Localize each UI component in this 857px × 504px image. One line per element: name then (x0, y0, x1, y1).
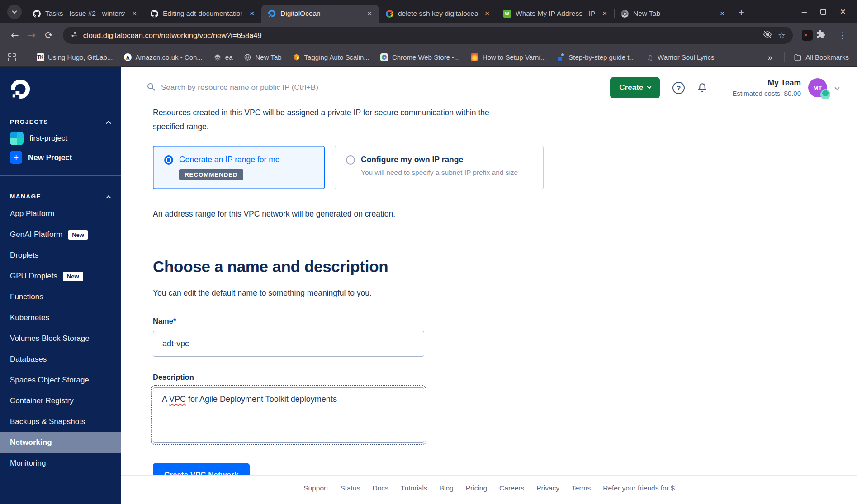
bookmark-label: Chrome Web Store -... (392, 53, 460, 61)
bookmark-step-guide[interactable]: Step-by-step guide t... (557, 53, 635, 61)
digitalocean-logo[interactable] (10, 79, 121, 101)
section-subtext: You can edit the default name to somethi… (153, 288, 857, 298)
browser-tab-whatsmyip[interactable]: W Whats My IP Address - IP A ✕ (497, 5, 614, 23)
sidebar-item-genai-platform[interactable]: GenAI PlatformNew (0, 224, 121, 245)
bookmark-new-tab[interactable]: New Tab (244, 53, 282, 61)
tab-title: DigitalOcean (280, 9, 360, 18)
projects-header[interactable]: PROJECTS (0, 118, 121, 125)
footer-link-privacy[interactable]: Privacy (536, 484, 559, 492)
maximize-button[interactable] (820, 9, 826, 15)
sidebar-divider (0, 175, 121, 176)
browser-tab-newtab[interactable]: New Tab ✕ (614, 5, 732, 23)
radio-unselected-icon[interactable] (346, 155, 355, 165)
create-button[interactable]: Create (610, 77, 660, 98)
footer-link-terms[interactable]: Terms (572, 484, 591, 492)
tk-icon: TK (36, 53, 44, 61)
description-text: A (162, 395, 169, 404)
close-icon[interactable]: ✕ (600, 9, 610, 18)
sidebar-item-backups-snapshots[interactable]: Backups & Snapshots (0, 411, 121, 432)
option-configure-ip-range[interactable]: Configure my own IP range You will need … (335, 146, 544, 189)
sidebar-item-label: GenAI Platform (10, 230, 62, 239)
manage-header[interactable]: MANAGE (0, 193, 121, 200)
team-info[interactable]: My Team Estimated costs: $0.00 (732, 78, 801, 97)
sidebar-item-label: Droplets (10, 251, 38, 259)
footer: Support Status Docs Tutorials Blog Prici… (121, 475, 857, 504)
bookmark-varnish[interactable]: How to Setup Varni... (471, 53, 546, 61)
close-icon[interactable]: ✕ (717, 9, 727, 18)
sidebar-item-first-project[interactable]: first-project (0, 125, 121, 145)
apps-grid-icon[interactable] (8, 53, 16, 61)
browser-tab-digitalocean-active[interactable]: DigitalOcean ✕ (261, 5, 379, 23)
footer-link-support[interactable]: Support (303, 484, 328, 492)
vpc-description-textarea[interactable]: A VPC for Agile Deployment Toolkit deplo… (153, 387, 424, 443)
sidebar-item-droplets[interactable]: Droplets (0, 245, 121, 266)
extensions-puzzle-icon[interactable] (816, 30, 825, 41)
browser-tab-editing[interactable]: Editing adt-documentation/ ✕ (144, 5, 261, 23)
chevron-down-icon[interactable] (834, 85, 839, 90)
new-project-button[interactable]: + New Project (0, 145, 121, 164)
sidebar-item-container-registry[interactable]: Container Registry (0, 391, 121, 411)
create-vpc-network-button[interactable]: Create VPC Network (153, 463, 250, 475)
footer-link-docs[interactable]: Docs (372, 484, 388, 492)
forward-button[interactable]: → (28, 30, 36, 41)
notifications-bell-icon[interactable] (696, 82, 708, 94)
bookmark-warrior-soul[interactable]: ♫ Warrior Soul Lyrics (646, 53, 715, 61)
browser-menu-icon[interactable]: ⋮ (838, 30, 847, 40)
sidebar-item-label: Kubernetes (10, 313, 49, 322)
bookmark-tagging[interactable]: Tagging Auto Scalin... (293, 53, 369, 61)
sidebar-item-gpu-droplets[interactable]: GPU DropletsNew (0, 266, 121, 287)
url-text[interactable]: cloud.digitalocean.com/networking/vpc/ne… (83, 31, 757, 40)
footer-link-careers[interactable]: Careers (499, 484, 524, 492)
address-bar[interactable]: cloud.digitalocean.com/networking/vpc/ne… (63, 27, 793, 44)
sidebar-item-spaces-object-storage[interactable]: Spaces Object Storage (0, 370, 121, 391)
close-icon[interactable]: ✕ (482, 9, 492, 18)
option-label: Configure my own IP range (361, 155, 463, 165)
option-generate-ip-range[interactable]: Generate an IP range for me RECOMMENDED (153, 146, 325, 189)
sidebar-item-label: Volumes Block Storage (10, 334, 90, 343)
bookmark-star-icon[interactable]: ☆ (778, 30, 786, 40)
footer-link-refer[interactable]: Refer your friends for $ (603, 484, 675, 492)
bookmark-amazon[interactable]: a Amazon.co.uk - Con... (123, 53, 202, 61)
minimize-button[interactable]: – (802, 7, 807, 17)
footer-link-status[interactable]: Status (341, 484, 360, 492)
bookmarks-overflow-icon[interactable]: » (768, 52, 773, 62)
sidebar-item-kubernetes[interactable]: Kubernetes (0, 307, 121, 328)
sidebar-item-databases[interactable]: Databases (0, 349, 121, 370)
back-button[interactable]: ← (11, 30, 19, 41)
sidebar-item-volumes-block-storage[interactable]: Volumes Block Storage (0, 328, 121, 349)
all-bookmarks-button[interactable]: All Bookmarks (794, 53, 849, 61)
browser-tab-search[interactable]: delete ssh key digitalocean ✕ (379, 5, 497, 23)
search-input[interactable] (161, 83, 445, 92)
tab-search-button[interactable] (7, 5, 22, 19)
sidebar-item-functions[interactable]: Functions (0, 287, 121, 307)
radio-selected-icon[interactable] (164, 155, 173, 165)
github-icon (33, 9, 41, 18)
bookmark-webstore[interactable]: Chrome Web Store -... (380, 53, 460, 61)
search-box[interactable] (147, 82, 445, 93)
browser-tab-tasks[interactable]: Tasks · Issue #2 · wintersys ✕ (26, 5, 144, 23)
bookmark-ea[interactable]: ea (213, 53, 233, 61)
reload-button[interactable]: ⟳ (45, 30, 53, 41)
close-icon[interactable]: ✕ (247, 9, 257, 18)
help-button[interactable]: ? (672, 82, 685, 94)
tab-title: Tasks · Issue #2 · wintersys (45, 9, 125, 18)
close-icon[interactable]: ✕ (129, 9, 139, 18)
eye-off-icon[interactable] (762, 29, 772, 41)
folder-icon (794, 53, 802, 61)
vpc-name-input[interactable] (153, 331, 424, 357)
create-button-label: Create (619, 83, 643, 92)
footer-link-blog[interactable]: Blog (440, 484, 454, 492)
site-settings-icon[interactable] (70, 31, 78, 40)
sidebar-item-networking[interactable]: Networking (0, 432, 121, 453)
close-icon[interactable]: ✕ (365, 9, 374, 18)
footer-link-tutorials[interactable]: Tutorials (401, 484, 427, 492)
flame-icon (471, 53, 479, 61)
account-avatar[interactable]: MT (808, 78, 827, 97)
bookmark-using-hugo[interactable]: TK Using Hugo, GitLab... (36, 53, 113, 61)
footer-link-pricing[interactable]: Pricing (466, 484, 487, 492)
sidebar-item-app-platform[interactable]: App Platform (0, 203, 121, 224)
terminal-extension-icon[interactable]: >_ (802, 30, 813, 41)
close-window-button[interactable]: ✕ (840, 7, 846, 17)
sidebar-item-monitoring[interactable]: Monitoring (0, 453, 121, 474)
new-tab-button[interactable]: + (738, 7, 744, 18)
